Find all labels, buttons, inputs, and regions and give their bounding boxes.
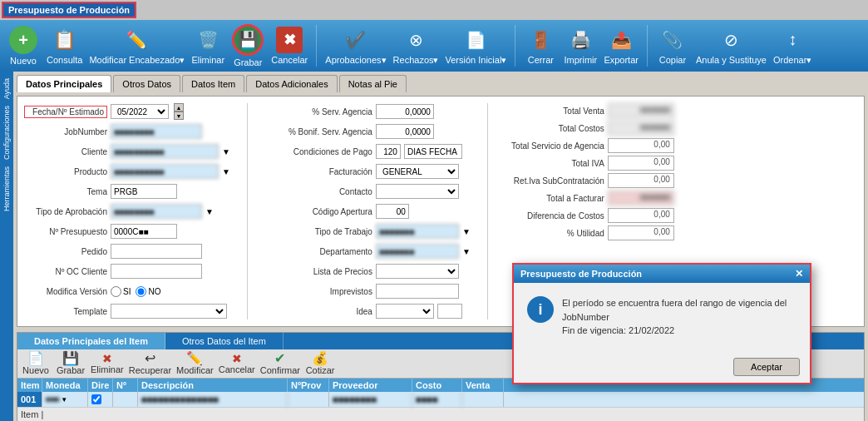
radio-modifica-version: SI NO xyxy=(111,286,160,297)
label-imprevistos: Imprevistos xyxy=(264,287,372,296)
select-template[interactable] xyxy=(111,304,227,319)
item-tab-datos-principales[interactable]: Datos Principales del Item xyxy=(17,333,165,349)
version-inicial-icon: 📄 xyxy=(462,27,489,53)
row-total-costos: Total Costos ■■■■■■ xyxy=(505,121,674,136)
toolbar-copiar[interactable]: 📎 Copiar xyxy=(656,27,689,65)
label-diferencia-costos: Diferencia de Costos xyxy=(505,211,604,220)
label-cliente: Cliente xyxy=(24,147,107,156)
nuevo-icon: + xyxy=(9,26,37,54)
form-middle: % Serv. Agencia % Bonif. Serv. Agencia C… xyxy=(264,103,471,319)
tab-datos-adicionales[interactable]: Datos Adicionales xyxy=(246,75,337,92)
tab-otros-datos[interactable]: Otros Datos xyxy=(113,75,180,92)
cell-dire-001 xyxy=(88,392,113,407)
select-idea[interactable] xyxy=(376,304,434,319)
copiar-icon: 📎 xyxy=(659,27,686,53)
row-modifica-version: Modifica Versión SI NO xyxy=(24,283,230,300)
input-jobnumber[interactable] xyxy=(111,124,202,139)
toolbar-consulta[interactable]: 📋 Consulta xyxy=(47,27,82,65)
item-btn-confirmar[interactable]: ✔ Confirmar xyxy=(260,352,300,375)
input-cliente[interactable] xyxy=(111,144,219,159)
toolbar-aprobaciones[interactable]: ✔️ Aprobaciones▾ xyxy=(325,27,386,66)
tab-notas-al-pie[interactable]: Notas al Pie xyxy=(339,75,407,92)
input-tema[interactable] xyxy=(111,184,177,199)
side-label-herramientas: Herramientas xyxy=(2,163,11,215)
aprobaciones-icon: ✔️ xyxy=(343,27,369,53)
arrow-up[interactable]: ▲ xyxy=(174,103,184,111)
toolbar-ordenar[interactable]: ↕️ Ordenar▾ xyxy=(773,27,811,66)
dialog-footer: Aceptar xyxy=(514,351,810,383)
item-btn-grabar[interactable]: 💾 Grabar xyxy=(56,352,86,375)
toolbar-cerrar[interactable]: 🚪 Cerrar xyxy=(524,27,557,65)
select-facturacion[interactable]: GENERAL xyxy=(376,164,459,179)
side-panel: Ayuda Configuraciones Herramientas xyxy=(0,72,13,421)
label-codigo-apertura: Código Apertura xyxy=(264,207,372,216)
item-btn-nuevo[interactable]: 📄 Nuevo xyxy=(21,352,51,375)
item-btn-modificar[interactable]: ✏️ Modificar xyxy=(176,352,214,375)
input-num-presupuesto[interactable] xyxy=(111,224,177,239)
tipo-aprobacion-dropdown-icon[interactable]: ▼ xyxy=(205,207,214,216)
label-total-serv-agencia: Total Servicio de Agencia xyxy=(505,141,604,151)
toolbar-cancelar[interactable]: ✖ Cancelar xyxy=(271,27,308,65)
input-pedido[interactable] xyxy=(111,244,202,259)
checkbox-dire-001[interactable] xyxy=(91,394,101,404)
item-btn-eliminar[interactable]: ✖ Eliminar xyxy=(91,353,124,374)
input-bonif-agencia[interactable] xyxy=(376,124,434,139)
sep3 xyxy=(647,25,648,67)
toolbar-modificar[interactable]: ✏️ Modificar Encabezado▾ xyxy=(89,27,185,66)
row-serv-agencia: % Serv. Agencia xyxy=(264,103,471,120)
input-imprevistos[interactable] xyxy=(376,284,459,299)
input-departamento[interactable] xyxy=(376,244,459,259)
tab-datos-item[interactable]: Datos Item xyxy=(182,75,244,92)
tipo-trabajo-dropdown-icon[interactable]: ▼ xyxy=(462,227,471,236)
cliente-dropdown-icon[interactable]: ▼ xyxy=(222,147,230,156)
input-codigo-apertura[interactable] xyxy=(376,204,409,219)
item-btn-cotizar[interactable]: 💰 Cotizar xyxy=(305,352,335,375)
radio-no[interactable]: NO xyxy=(136,286,160,297)
table-row[interactable]: 001 ■■■ ▼ ■■■■■■■■■■■■■■ ■■■■■■■■ ■■■■ xyxy=(17,392,864,407)
input-cond-pago-num[interactable] xyxy=(376,144,401,159)
item-btn-cancelar[interactable]: ✖ Cancelar xyxy=(219,353,255,374)
producto-dropdown-icon[interactable]: ▼ xyxy=(222,167,230,176)
row-idea: Idea xyxy=(264,303,471,319)
label-total-venta: Total Venta xyxy=(505,106,604,116)
departamento-dropdown-icon[interactable]: ▼ xyxy=(462,247,471,256)
item-cancelar-icon: ✖ xyxy=(232,353,242,364)
row-tema: Tema xyxy=(24,183,230,200)
input-oc-cliente[interactable] xyxy=(111,264,202,279)
moneda-dropdown[interactable]: ▼ xyxy=(61,396,67,404)
input-serv-agencia[interactable] xyxy=(376,104,434,119)
input-cond-pago-text[interactable] xyxy=(404,144,462,159)
label-oc-cliente: Nº OC Cliente xyxy=(24,267,107,276)
dialog-accept-button[interactable]: Aceptar xyxy=(733,358,800,376)
toolbar-grabar[interactable]: 💾 Grabar xyxy=(231,24,264,67)
tab-datos-principales[interactable]: Datos Principales xyxy=(17,75,111,92)
select-contacto[interactable] xyxy=(376,184,459,199)
cerrar-icon: 🚪 xyxy=(527,27,554,53)
toolbar-nuevo[interactable]: + Nuevo xyxy=(7,26,40,66)
input-idea-val[interactable] xyxy=(437,304,462,319)
toolbar-rechazos[interactable]: ⊗ Rechazos▾ xyxy=(393,27,439,66)
label-template: Template xyxy=(24,307,107,316)
input-tipo-trabajo[interactable] xyxy=(376,224,459,239)
label-tipo-aprobacion: Tipo de Aprobación xyxy=(24,207,107,216)
toolbar-eliminar[interactable]: 🗑️ Eliminar xyxy=(191,27,224,65)
dialog-close-button[interactable]: ✕ xyxy=(795,268,803,280)
scroll-arrows-fecha[interactable]: ▲ ▼ xyxy=(174,103,184,120)
label-pedido: Pedido xyxy=(24,247,107,256)
arrow-down[interactable]: ▼ xyxy=(174,111,184,120)
radio-si[interactable]: SI xyxy=(111,286,131,297)
input-tipo-aprobacion[interactable] xyxy=(111,204,202,219)
label-facturacion: Facturación xyxy=(264,167,372,176)
toolbar-imprimir[interactable]: 🖨️ Imprimir xyxy=(564,27,597,65)
row-num-presupuesto: Nº Presupuesto xyxy=(24,223,230,240)
toolbar-exportar[interactable]: 📤 Exportar xyxy=(604,27,639,65)
item-eliminar-icon: ✖ xyxy=(102,353,112,364)
item-btn-recuperar[interactable]: ↩ Recuperar xyxy=(129,352,171,375)
col-item: Item xyxy=(17,379,42,392)
select-lista-precios[interactable] xyxy=(376,264,459,279)
input-fecha[interactable]: 05/2022 xyxy=(111,104,169,119)
toolbar-anula-sustituye[interactable]: ⊘ Anula y Sustituye xyxy=(696,27,767,65)
item-tab-otros-datos[interactable]: Otros Datos del Item xyxy=(165,333,284,349)
input-producto[interactable] xyxy=(111,164,219,179)
toolbar-version-inicial[interactable]: 📄 Versión Inicial▾ xyxy=(446,27,507,66)
